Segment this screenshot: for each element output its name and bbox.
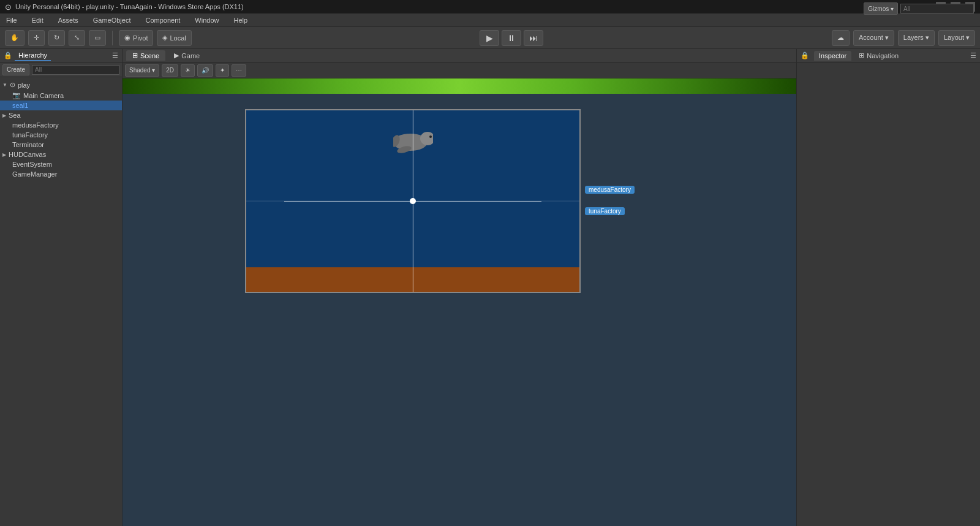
- inspector-tab-label: Inspector: [819, 52, 846, 59]
- inspector-panel: 🔒 Inspector ⊞ Navigation ☰: [796, 49, 980, 526]
- expand-icon: ▼: [2, 82, 7, 88]
- scale-icon: ⤡: [74, 34, 80, 42]
- scene-green-bar: [123, 78, 796, 94]
- right-panel-tabs: 🔒 Inspector ⊞ Navigation ☰: [797, 49, 980, 63]
- hierarchy-create-button[interactable]: Create: [2, 64, 29, 75]
- hierarchy-item-medusafactory[interactable]: medusaFactory: [0, 120, 122, 130]
- local-icon: ◈: [162, 34, 167, 42]
- crosshair: [407, 195, 419, 207]
- scene-tab-label: Scene: [140, 52, 159, 59]
- toolbar-separator-1: [112, 31, 113, 45]
- hierarchy-tab[interactable]: Hierarchy: [15, 50, 51, 61]
- inspector-lock-icon[interactable]: 🔒: [801, 51, 809, 59]
- hier-hudcanvas-label: HUDCanvas: [9, 151, 46, 158]
- 2d-button[interactable]: 2D: [162, 64, 178, 77]
- collab-button[interactable]: ☁: [832, 30, 850, 46]
- menu-component[interactable]: Component: [141, 15, 184, 25]
- gizmos-label: Gizmos: [868, 6, 889, 12]
- hand-tool-button[interactable]: ✋: [5, 30, 24, 46]
- hier-play-label: play: [18, 82, 30, 89]
- hierarchy-item-terminator[interactable]: Terminator: [0, 140, 122, 150]
- hierarchy-lock-icon: 🔒: [4, 51, 12, 59]
- inspector-menu-icon[interactable]: ☰: [970, 51, 976, 59]
- lighting-button[interactable]: ☀: [181, 64, 195, 77]
- center-area: ⊞ Scene ▶ Game Gizmos ▾ Shaded ▾ 2D ☀ 🔊: [123, 49, 796, 526]
- pivot-icon: ◉: [124, 34, 130, 42]
- play-button[interactable]: ▶: [480, 30, 499, 46]
- title-bar: ⊙ Unity Personal (64bit) - play.unity - …: [0, 0, 980, 13]
- scene-game-tabs: ⊞ Scene ▶ Game Gizmos ▾: [123, 49, 796, 63]
- hierarchy-item-eventsystem[interactable]: EventSystem: [0, 159, 122, 169]
- menu-help[interactable]: Help: [230, 15, 251, 25]
- hierarchy-item-sea[interactable]: ▶ Sea: [0, 110, 122, 120]
- svg-point-2: [429, 135, 432, 138]
- toolbar-center: ▶ ⏸ ⏭: [195, 30, 828, 46]
- local-button[interactable]: ◈ Local: [157, 30, 191, 46]
- menu-gameobject[interactable]: GameObject: [89, 15, 135, 25]
- hierarchy-menu-icon[interactable]: ☰: [112, 51, 118, 59]
- toolbar-right: ☁ Inspector Account ▾ Layers ▾ Layout ▾: [832, 30, 975, 46]
- layers-button[interactable]: Layers ▾: [898, 30, 935, 46]
- hierarchy-header: 🔒 Hierarchy ☰: [0, 49, 122, 63]
- rotate-tool-button[interactable]: ↻: [48, 30, 65, 46]
- account-button[interactable]: Inspector Account ▾: [853, 30, 894, 46]
- menu-file[interactable]: File: [2, 15, 21, 25]
- hierarchy-toolbar: Create: [0, 63, 122, 77]
- hierarchy-item-gamemanager[interactable]: GameManager: [0, 169, 122, 179]
- hierarchy-panel: 🔒 Hierarchy ☰ Create ▼ ⊙ play 📷 Main Cam…: [0, 49, 123, 526]
- tunafactory-scene-label[interactable]: tunaFactory: [585, 207, 625, 215]
- move-tool-button[interactable]: ✛: [28, 30, 45, 46]
- hier-gamemanager-label: GameManager: [12, 170, 57, 178]
- hierarchy-item-seal1[interactable]: seal1: [0, 101, 122, 110]
- hudcanvas-expand-icon: ▶: [2, 152, 6, 158]
- hier-seal1-label: seal1: [12, 102, 28, 109]
- hier-medusafactory-label: medusaFactory: [12, 121, 59, 129]
- scale-tool-button[interactable]: ⤡: [69, 30, 85, 46]
- menu-bar: File Edit Assets GameObject Component Wi…: [0, 13, 980, 27]
- scene-extra-button[interactable]: ⋯: [232, 64, 246, 77]
- navigation-tab[interactable]: ⊞ Navigation: [854, 50, 903, 61]
- sea-expand-icon: ▶: [2, 113, 6, 118]
- cloud-icon: ☁: [837, 34, 844, 42]
- menu-window[interactable]: Window: [191, 15, 222, 25]
- hierarchy-search-input[interactable]: [32, 65, 119, 75]
- scene-toolbar: Shaded ▾ 2D ☀ 🔊 ✦ ⋯: [123, 63, 796, 78]
- medusafactory-scene-label[interactable]: medusaFactory: [585, 186, 635, 194]
- hierarchy-item-hudcanvas[interactable]: ▶ HUDCanvas: [0, 150, 122, 159]
- rect-icon: ▭: [94, 34, 100, 42]
- game-tab[interactable]: ▶ Game: [168, 50, 206, 61]
- step-button[interactable]: ⏭: [524, 30, 543, 46]
- camera-icon: 📷: [12, 91, 21, 99]
- rect-tool-button[interactable]: ▭: [89, 30, 106, 46]
- menu-edit[interactable]: Edit: [28, 15, 47, 25]
- local-label: Local: [170, 34, 186, 42]
- scene-tab[interactable]: ⊞ Scene: [126, 50, 165, 61]
- hier-eventsystem-label: EventSystem: [12, 161, 52, 168]
- menu-assets[interactable]: Assets: [55, 15, 82, 25]
- audio-button[interactable]: 🔊: [197, 64, 213, 77]
- pivot-button[interactable]: ◉ Pivot: [119, 30, 153, 46]
- gizmos-button[interactable]: Gizmos ▾: [864, 2, 898, 15]
- layout-button[interactable]: Layout ▾: [938, 30, 975, 46]
- hier-tunafactory-label: tunaFactory: [12, 131, 48, 139]
- fx-button[interactable]: ✦: [216, 64, 229, 77]
- game-tab-label: Game: [181, 52, 200, 59]
- title-text: Unity Personal (64bit) - play.unity - Tu…: [15, 3, 244, 10]
- scene-view[interactable]: medusaFactory tunaFactory: [123, 78, 796, 526]
- shading-label: Shaded: [129, 67, 150, 74]
- hier-sea-label: Sea: [9, 112, 21, 119]
- hand-icon: ✋: [10, 34, 19, 42]
- gizmos-area: Gizmos ▾: [864, 2, 974, 15]
- inspector-tab[interactable]: Inspector: [814, 51, 851, 61]
- hierarchy-item-tunafactory[interactable]: tunaFactory: [0, 130, 122, 140]
- unity-icon: ⊙: [5, 2, 12, 12]
- move-icon: ✛: [34, 34, 39, 42]
- seal-sprite: [393, 129, 430, 156]
- hierarchy-item-main-camera[interactable]: 📷 Main Camera: [0, 90, 122, 101]
- pause-button[interactable]: ⏸: [502, 30, 521, 46]
- hierarchy-item-play[interactable]: ▼ ⊙ play: [0, 80, 122, 90]
- pivot-label: Pivot: [133, 34, 148, 42]
- shading-button[interactable]: Shaded ▾: [125, 64, 159, 77]
- game-viewport-frame: [245, 109, 581, 293]
- scene-search-input[interactable]: [900, 4, 974, 13]
